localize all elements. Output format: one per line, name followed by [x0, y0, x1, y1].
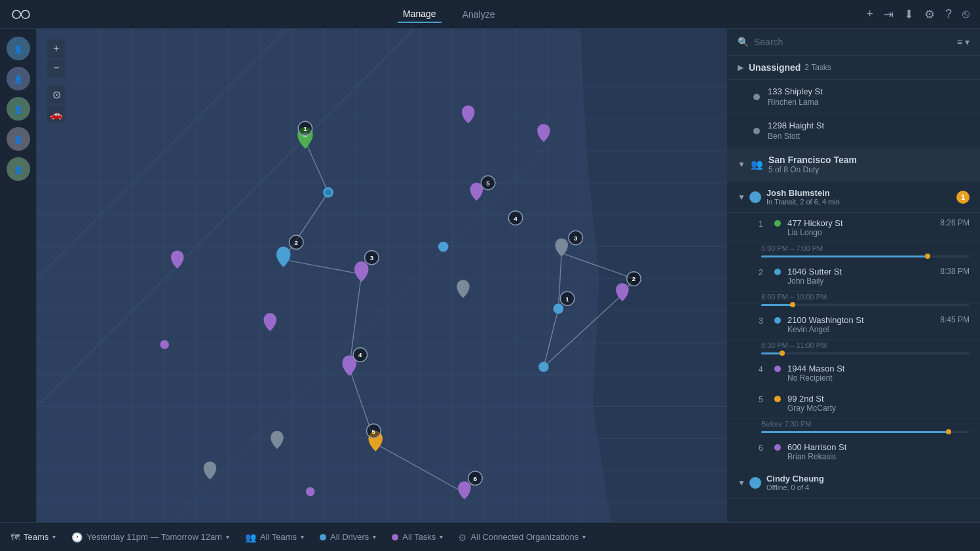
svg-text:👤: 👤 — [14, 135, 23, 144]
zoom-in-button[interactable]: + — [47, 39, 66, 58]
task-bar-5 — [761, 431, 970, 433]
task-pin-1 — [774, 220, 781, 227]
task-person-2: Ben Stott — [768, 132, 970, 141]
josh-info: Josh Blumstein In Transit, 2 of 6, 4 min — [766, 188, 951, 206]
task-address-1: 133 Shipley St — [768, 86, 970, 96]
cindy-info: Cindy Cheung Offline, 0 of 4 — [766, 474, 970, 491]
avatar-4[interactable]: 👤 — [7, 127, 30, 151]
bottom-all-teams[interactable]: 👥 All Teams ▾ — [245, 532, 304, 542]
task-bar-3 — [761, 352, 970, 354]
nav-analyze[interactable]: Analyze — [457, 7, 500, 22]
map-area[interactable]: 1 2 3 4 — [37, 29, 727, 522]
task-details-4: 1944 Mason St No Recipient — [787, 364, 970, 383]
team-section-header[interactable]: ▼ 👥 San Francisco Team 5 of 8 On Duty — [727, 148, 980, 181]
all-drivers-label: All Drivers — [330, 532, 369, 542]
avatar-1[interactable]: 👤 — [7, 37, 30, 60]
task-details-1: 477 Hickory St Lia Longo — [787, 218, 935, 237]
logout-icon[interactable]: ⎋ — [962, 7, 970, 21]
expand-icon[interactable]: ▾ — [965, 37, 970, 47]
team-icon: 👥 — [751, 159, 763, 170]
map-controls: + − ⊙ 🚗 — [47, 39, 66, 123]
avatar-5[interactable]: 👤 — [7, 157, 30, 181]
teams-chevron: ▾ — [52, 533, 56, 541]
bottom-time[interactable]: 🕐 Yesterday 11pm — Tomorrow 12am ▾ — [71, 532, 229, 542]
all-teams-label: All Teams — [260, 532, 297, 542]
josh-task-1[interactable]: 1 477 Hickory St Lia Longo 8:26 PM — [727, 213, 980, 243]
unassigned-task-2[interactable]: 1298 Haight St Ben Stott — [727, 114, 980, 148]
clock-icon: 🕐 — [71, 532, 83, 542]
list-icon[interactable]: ≡ — [957, 37, 962, 47]
search-input[interactable] — [754, 37, 952, 47]
teams-filter-chevron: ▾ — [301, 533, 304, 541]
svg-text:5: 5 — [372, 428, 376, 435]
task-recip-5: Gray McCarty — [787, 404, 970, 413]
layer-button[interactable]: 🚗 — [47, 105, 66, 123]
josh-badge: 1 — [956, 191, 970, 204]
bottom-all-tasks[interactable]: All Tasks ▾ — [392, 532, 443, 542]
task-pin-3 — [774, 317, 781, 324]
task-num-1: 1 — [759, 219, 769, 229]
cindy-status: Offline, 0 of 4 — [766, 484, 970, 491]
task-time-1: 8:26 PM — [940, 218, 970, 227]
download-icon[interactable]: ⬇ — [904, 7, 914, 22]
import-icon[interactable]: ⇥ — [884, 7, 894, 22]
zoom-out-button[interactable]: − — [47, 59, 66, 77]
task-bar-dot-2 — [790, 302, 795, 307]
locate-button[interactable]: ⊙ — [47, 85, 66, 104]
josh-task-3[interactable]: 3 2100 Washington St Kevin Angel 8:45 PM — [727, 310, 980, 340]
task-bar-dot-5 — [946, 429, 951, 434]
task-addr-5: 99 2nd St — [787, 394, 970, 404]
add-icon[interactable]: + — [866, 7, 873, 21]
nav-manage[interactable]: Manage — [398, 6, 442, 23]
all-orgs-label: All Connected Organizations — [470, 532, 578, 542]
team-name: San Francisco Team — [768, 155, 857, 165]
unassigned-section-header[interactable]: ▶ Unassigned 2 Tasks — [727, 56, 980, 80]
view-toggle[interactable]: ≡ ▾ — [957, 37, 970, 47]
josh-task-2[interactable]: 2 1646 Sutter St John Baily 8:38 PM — [727, 261, 980, 292]
main-content: 👤 👤 👤 👤 👤 — [0, 29, 980, 522]
task-num-3: 3 — [759, 316, 769, 326]
time-range-label: Yesterday 11pm — Tomorrow 12am — [86, 532, 222, 542]
bottom-bar: 🗺 Teams ▾ 🕐 Yesterday 11pm — Tomorrow 12… — [0, 522, 980, 551]
driver-cindy-header[interactable]: ▼ Cindy Cheung Offline, 0 of 4 — [727, 467, 980, 499]
svg-point-50 — [325, 189, 331, 196]
svg-point-63 — [438, 242, 449, 252]
task-range-1: 5:00 PM – 7:00 PM — [727, 244, 980, 256]
driver-josh-header[interactable]: ▼ Josh Blumstein In Transit, 2 of 6, 4 m… — [727, 181, 980, 213]
josh-task-4[interactable]: 4 1944 Mason St No Recipient — [727, 358, 980, 389]
logo[interactable] — [10, 8, 31, 21]
settings-icon[interactable]: ⚙ — [924, 7, 935, 22]
avatar-2[interactable]: 👤 — [7, 67, 30, 90]
team-chevron: ▼ — [738, 160, 745, 169]
bottom-teams-tab[interactable]: 🗺 Teams ▾ — [10, 532, 56, 542]
task-dot-2 — [753, 128, 760, 134]
search-bar: 🔍 ≡ ▾ — [727, 29, 980, 56]
unassigned-count: 2 Tasks — [804, 63, 831, 72]
left-sidebar: 👤 👤 👤 👤 👤 — [0, 29, 37, 522]
bottom-all-drivers[interactable]: All Drivers ▾ — [320, 532, 376, 542]
task-dot-1 — [753, 94, 760, 100]
task-recip-6: Brian Rekasis — [787, 452, 970, 461]
nav-center: Manage Analyze — [398, 6, 500, 23]
bottom-all-orgs[interactable]: ⊙ All Connected Organizations ▾ — [459, 532, 586, 542]
task-pin-2 — [774, 269, 781, 275]
driver-dot — [320, 534, 326, 541]
avatar-3[interactable]: 👤 — [7, 97, 30, 121]
team-status: 5 of 8 On Duty — [768, 165, 857, 174]
help-icon[interactable]: ? — [945, 7, 952, 21]
unassigned-title: Unassigned — [749, 62, 801, 73]
task-dot-bottom — [392, 534, 398, 541]
task-details-3: 2100 Washington St Kevin Angel — [787, 315, 935, 334]
unassigned-task-1[interactable]: 133 Shipley St Rinchen Lama — [727, 80, 980, 114]
svg-text:👤: 👤 — [14, 75, 23, 84]
task-bar-fill-1 — [761, 256, 928, 257]
task-addr-2: 1646 Sutter St — [787, 267, 935, 276]
svg-text:6: 6 — [474, 475, 478, 482]
drivers-chevron: ▾ — [373, 533, 376, 541]
svg-text:3: 3 — [574, 235, 578, 242]
cindy-name: Cindy Cheung — [766, 474, 970, 484]
josh-task-5[interactable]: 5 99 2nd St Gray McCarty — [727, 389, 980, 419]
nav-right: + ⇥ ⬇ ⚙ ? ⎋ — [866, 7, 970, 22]
svg-text:👤: 👤 — [14, 105, 23, 114]
josh-task-6[interactable]: 6 600 Harrison St Brian Rekasis — [727, 437, 980, 467]
